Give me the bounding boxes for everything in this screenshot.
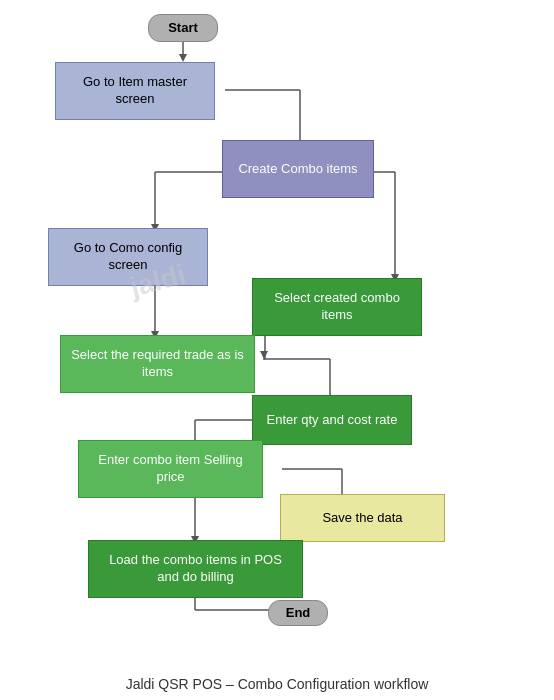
node-load-pos: Load the combo items in POS and do billi…: [88, 540, 303, 598]
node-enter-selling: Enter combo item Selling price: [78, 440, 263, 498]
svg-marker-16: [260, 351, 268, 359]
node-create-combo: Create Combo items: [222, 140, 374, 198]
node-start: Start: [148, 14, 218, 42]
node-select-combo: Select created combo items: [252, 278, 422, 336]
footer-title: Jaldi QSR POS – Combo Configuration work…: [0, 676, 554, 692]
node-item-master: Go to Item master screen: [55, 62, 215, 120]
node-como-config: Go to Como config screen: [48, 228, 208, 286]
diagram-container: Start Go to Item master screen Create Co…: [0, 0, 554, 660]
node-end: End: [268, 600, 328, 626]
node-select-trade: Select the required trade as is items: [60, 335, 255, 393]
svg-marker-1: [179, 54, 187, 62]
node-enter-qty: Enter qty and cost rate: [252, 395, 412, 445]
node-save-data: Save the data: [280, 494, 445, 542]
